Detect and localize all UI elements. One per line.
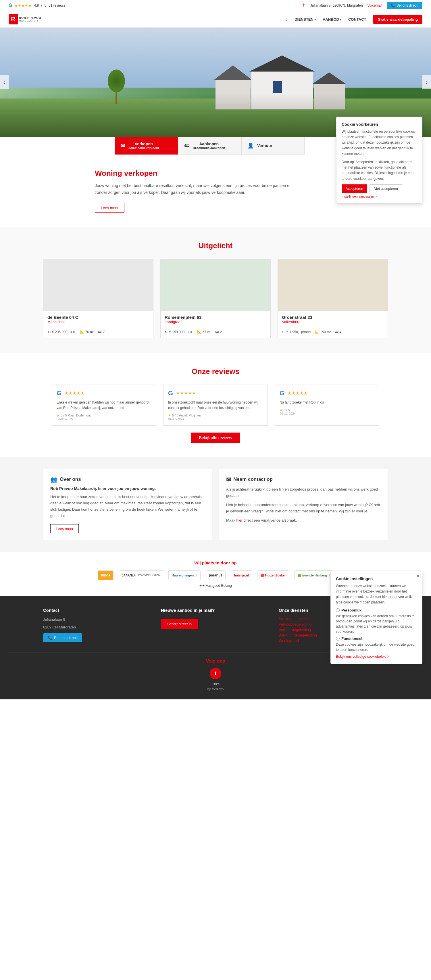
rating-value: 4.8 xyxy=(34,3,39,8)
verkopen-lees-meer-button[interactable]: Lees meer xyxy=(95,203,125,213)
over-ons-subtitle: Rob Prevoo Makelaardij. Is er voor jou e… xyxy=(50,486,205,491)
cookie1-instellingen-link[interactable]: Instellingen aanpassen > xyxy=(342,195,417,198)
voicemail-link[interactable]: Voicemail xyxy=(367,3,382,8)
property-card-3[interactable]: Groenstraat 23 Valkenburg 🏷 € 1.950,- p/… xyxy=(278,259,388,338)
cookie2-close-button[interactable]: × xyxy=(417,574,419,579)
cookie2-personal-label: Persoonlijk xyxy=(342,608,361,612)
property-rooms-1: 🛏 2 xyxy=(98,330,105,334)
over-ons-lees-meer-button[interactable]: Lees meer xyxy=(50,524,79,533)
main-nav: R ROB PREVOO MAKELAARDIJ ⌂ DIENSTEN ▾ AA… xyxy=(0,11,431,27)
review-date-3: 29-11-2024 xyxy=(279,412,374,415)
tab-aankopen-label: Aankopen xyxy=(193,142,225,146)
partner-pararius[interactable]: pararius xyxy=(206,570,225,580)
review-date-2: 04-12-2024 xyxy=(168,417,263,421)
nav-home[interactable]: ⌂ xyxy=(285,17,287,22)
cookie-popup-2: × Cookie instellingen Wanneer je onze we… xyxy=(330,571,422,664)
property-image-1 xyxy=(43,259,153,311)
review-date-1: 08-01-2025 xyxy=(57,417,152,421)
cookie1-decline-button[interactable]: Niet accepteren xyxy=(370,185,402,193)
review-stars-2: ★★★★★ xyxy=(176,390,196,396)
cookie2-bekijk-link[interactable]: Bekijk ons volledige cookiebeleid > xyxy=(336,655,417,659)
over-ons-title: Over ons xyxy=(60,477,81,482)
tab-aankopen[interactable]: 🏷 Aankopen Droomhuis aankopen xyxy=(178,137,241,154)
cookie2-personal-text: We gebruiken cookies van derden om u Int… xyxy=(336,614,417,634)
cookie1-title: Cookie voorkeuren xyxy=(342,122,417,127)
tab-verkopen[interactable]: ✉ Verkopen Jouw pand verkocht xyxy=(115,137,178,154)
footer-nieuw-col: Nieuwe aanbod in je mail? Schrijf direct… xyxy=(161,608,270,644)
property-card-2[interactable]: Romeinenplein 63 Landgraaf 🏷 € 159.000,-… xyxy=(160,259,271,338)
property-card-1[interactable]: de Beente 64 C Maastricht 🏷 € 295.000,- … xyxy=(43,259,153,338)
property-size-2: 📐 67 m² xyxy=(197,330,211,334)
property-name-2: Romeinenplein 63 xyxy=(164,315,267,320)
top-bar-left: G ★★★★★ 4.8 / 5 51 reviews › xyxy=(9,3,69,8)
property-size-3: 📐 150 m² xyxy=(314,330,331,334)
cookie-popup-1: Cookie voorkeuren Wij plaatsen functione… xyxy=(336,117,422,204)
reviews-count[interactable]: 51 reviews xyxy=(49,3,65,8)
reviews-title: Onze reviews xyxy=(52,367,379,376)
partner-huurwoningen[interactable]: Huurwoningen.nl xyxy=(168,570,201,580)
phone-icon: 📞 xyxy=(391,3,395,8)
rating-separator: / xyxy=(41,3,42,8)
verkopen-title: Woning verkopen xyxy=(95,169,336,178)
partner-woonplein[interactable]: 🟩 Woonpleinlimburg.nl xyxy=(294,570,333,580)
review-author-1: 5 / 5 Roan Dodemont xyxy=(61,414,91,417)
chevron-down-icon-2: ▾ xyxy=(340,18,342,21)
logo-r-box: R xyxy=(9,14,18,24)
tab-verkopen-sub: Jouw pand verkocht xyxy=(128,146,159,150)
nav-aanbod[interactable]: AANBOD ▾ xyxy=(322,17,342,22)
property-price-2: 🏷 € 159.000,- k.k. xyxy=(164,330,193,334)
footer-contact-col: Contact Julianalaan 8 6269 CN Margraten … xyxy=(43,608,152,644)
footer-links-text: Links xyxy=(9,682,422,686)
cookie1-accept-button[interactable]: Accepteren xyxy=(342,185,367,193)
bel-direct-button-top[interactable]: 📞 Bel ons direct! xyxy=(387,2,422,9)
partner-jaap[interactable]: JAAP.NLALLES OVER HUIZEN xyxy=(119,570,163,580)
bekijk-reviews-button[interactable]: Bekijk alle reviews xyxy=(191,433,240,443)
partner-huislijn[interactable]: huislijn.nl xyxy=(231,570,252,580)
schrijf-direct-button[interactable]: Schrijf direct in xyxy=(161,619,198,629)
review-text-3: Na lang zoeke met Rob in co xyxy=(279,400,374,405)
gratis-waardebepaling-button[interactable]: Gratis waardebepaling xyxy=(373,15,422,24)
property-price-3: 🏷 € 1.950,- p/mnd xyxy=(282,330,311,334)
property-name-1: de Beente 64 C xyxy=(48,315,149,320)
contact-p1: Als jij achteraf terugkijkt op een fijn … xyxy=(226,486,381,499)
location-icon: 📍 xyxy=(302,3,306,8)
property-rooms-3: 🛏 4 xyxy=(335,330,342,334)
property-size-1: 📐 70 m² xyxy=(80,330,94,334)
review-text-2: In onze zoektocht naar onze eerste huurw… xyxy=(168,400,263,411)
cookie2-personal-radio[interactable] xyxy=(336,608,340,612)
footer-by-mediazo: by Mediazo xyxy=(9,687,422,691)
google-icon-2: G xyxy=(168,390,173,397)
cookie2-intro: Wanneer je onze website bezoekt, kunnen … xyxy=(336,583,417,606)
hero-next-button[interactable]: › xyxy=(422,75,431,89)
plaatsen-title: Wij plaatsen door op xyxy=(9,560,422,565)
contact-hier-link[interactable]: hier xyxy=(236,518,243,522)
tab-verkopen-label: Verkopen xyxy=(128,142,159,146)
partner-huizenzoeker[interactable]: 🔴 HuizenZoeker xyxy=(257,570,289,580)
nav-contact[interactable]: CONTACT xyxy=(348,17,366,22)
bel-direct-button-footer[interactable]: 📞 Bel ons direct! xyxy=(43,633,82,642)
uitgelicht-section: Uitgelicht de Beente 64 C Maastricht 🏷 €… xyxy=(0,227,431,353)
hero-prev-button[interactable]: ‹ xyxy=(0,75,9,89)
cookie2-functional-text: Deze cookies zijn noodzakelijk om de web… xyxy=(336,642,417,652)
review-author-2: 5 / 5 Anoek Pluijmen xyxy=(172,414,201,417)
reviews-section: Onze reviews G ★★★★★ Enkele weken gelede… xyxy=(43,353,388,457)
footer-contact-title: Contact xyxy=(43,608,152,612)
tag-icon: 🏷 xyxy=(184,143,189,149)
property-rooms-2: 🛏 2 xyxy=(215,330,222,334)
facebook-icon[interactable]: f xyxy=(210,668,221,679)
tab-verhuur[interactable]: 👤 Verhuur xyxy=(241,137,305,154)
cookie2-functional-label: Functioneel xyxy=(342,636,362,641)
cookie2-functional-radio[interactable] xyxy=(336,637,340,641)
review-stars-1: ★★★★★ xyxy=(64,390,85,396)
partner-funda[interactable]: funda xyxy=(98,570,113,580)
footer-nieuw-title: Nieuwe aanbod in je mail? xyxy=(161,608,270,612)
nav-diensten[interactable]: DIENSTEN ▾ xyxy=(295,17,316,22)
contact-card: ✉ Neem contact op Als jij achteraf terug… xyxy=(219,469,388,540)
logo[interactable]: R ROB PREVOO MAKELAARDIJ xyxy=(9,14,42,24)
star-rating: ★★★★★ xyxy=(14,3,32,8)
footer-address1: Julianalaan 8 xyxy=(43,617,152,623)
over-ons-text: Het te koop en te huur zetten van je hui… xyxy=(50,494,205,519)
arrow-right-icon: › xyxy=(67,3,69,8)
reviews-grid: G ★★★★★ Enkele weken geleden hadden wij … xyxy=(52,385,379,426)
chevron-down-icon: ▾ xyxy=(314,18,316,21)
